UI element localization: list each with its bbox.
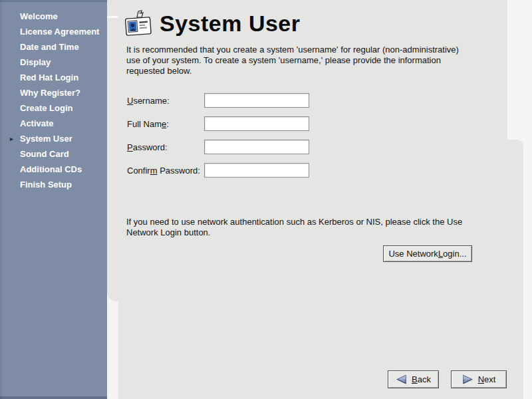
sidebar-connector-line [106,16,118,18]
user-form: Username: Full Name: Password: Confirm P… [127,93,309,186]
sidebar-item-label: Create Login [20,103,72,113]
sidebar-item-label: License Agreement [20,27,99,37]
sidebar-item-additional-cds: Additional CDs [0,162,107,177]
sidebar-item-label: Red Hat Login [20,72,78,82]
sidebar-item-red-hat-login: Red Hat Login [0,70,107,85]
confirm-password-label: Confirm Password: [127,166,204,176]
sidebar-item-finish-setup: Finish Setup [0,177,107,192]
next-button-label: Next [478,374,496,384]
sidebar-item-create-login: Create Login [0,100,107,116]
username-label: Username: [127,96,204,106]
sidebar-item-sound-card: Sound Card [0,146,107,162]
next-button[interactable]: Next [451,370,507,388]
full-name-input[interactable] [204,116,309,131]
sidebar-item-date-and-time: Date and Time [0,39,107,55]
sidebar-item-label: System User [20,134,72,144]
steps-sidebar: Welcome License Agreement Date and Time … [0,0,107,399]
sidebar-item-license-agreement: License Agreement [0,24,107,39]
sidebar-item-label: Activate [20,118,54,128]
page-title: System User [160,11,301,37]
sidebar-item-label: Additional CDs [20,164,82,174]
form-row-username: Username: [127,93,309,108]
sidebar-item-display: Display [0,55,107,70]
back-button[interactable]: Back [388,370,439,388]
sidebar-item-label: Finish Setup [20,180,72,190]
sidebar-item-label: Sound Card [20,149,69,159]
sidebar-item-activate: Activate [0,116,107,131]
firstboot-window: { "window": { "title": "System User" }, … [0,0,532,399]
full-name-label: Full Name: [127,119,204,129]
intro-text: It is recommended that you create a syst… [126,45,469,76]
id-badge-icon [124,8,153,39]
sidebar-item-system-user: ▸ System User [0,131,107,146]
back-arrow-icon [396,374,407,384]
confirm-password-input[interactable] [204,163,309,178]
password-input[interactable] [204,140,309,154]
use-network-login-button[interactable]: Use Network Login... [383,245,472,262]
steps-list: Welcome License Agreement Date and Time … [0,0,107,192]
form-row-confirm-password: Confirm Password: [127,163,309,178]
form-row-password: Password: [127,140,309,154]
back-button-label: Back [412,374,431,384]
sidebar-item-label: Display [20,57,51,67]
active-step-arrow-icon: ▸ [10,131,13,146]
sidebar-item-why-register: Why Register? [0,85,107,100]
sidebar-item-label: Why Register? [20,88,80,98]
sidebar-item-welcome: Welcome [0,9,107,24]
sidebar-item-label: Welcome [20,11,58,21]
username-input[interactable] [204,93,309,108]
network-auth-note: If you need to use network authenticatio… [126,217,469,238]
next-arrow-icon [462,374,473,384]
password-label: Password: [127,142,204,152]
sidebar-item-label: Date and Time [20,42,79,52]
page-header: System User [124,8,301,39]
form-row-full-name: Full Name: [127,116,309,131]
